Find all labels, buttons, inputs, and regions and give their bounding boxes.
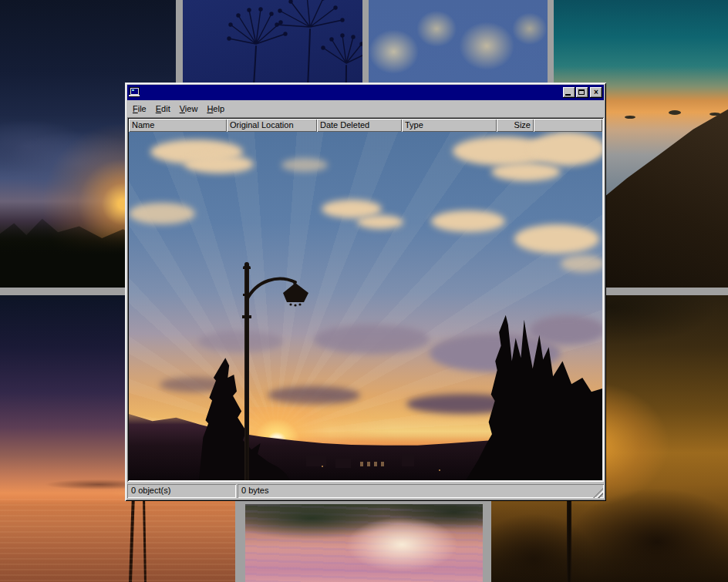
column-header-size[interactable]: Size — [497, 119, 534, 132]
cloud — [357, 215, 403, 229]
minimize-icon — [565, 94, 571, 96]
status-object-count: 0 object(s) — [127, 484, 236, 498]
cloud — [530, 132, 602, 166]
cloud — [314, 325, 430, 354]
cloud — [491, 163, 561, 181]
list-view-container: Name Original Location Date Deleted Type… — [127, 117, 604, 482]
town-light — [439, 469, 440, 471]
cloud — [281, 158, 328, 172]
computer-icon — [129, 87, 141, 98]
cloud — [184, 155, 254, 173]
column-header-row: Name Original Location Date Deleted Type… — [129, 119, 602, 132]
column-header-filler — [534, 119, 602, 132]
recycle-bin-window: × File Edit View Help Name Original Loca… — [125, 82, 606, 501]
cloud — [129, 203, 195, 224]
building-silhouette — [335, 459, 351, 468]
building-silhouette — [306, 456, 326, 466]
menu-bar: File Edit View Help — [127, 100, 604, 117]
cloud — [198, 331, 283, 352]
lit-windows — [360, 462, 388, 466]
status-bar: 0 object(s) 0 bytes — [127, 482, 604, 499]
column-header-name[interactable]: Name — [129, 119, 227, 132]
list-viewport-lamppost-sunset-photo[interactable] — [129, 132, 602, 480]
cloud — [514, 224, 599, 254]
column-header-original-location[interactable]: Original Location — [227, 119, 317, 132]
column-header-date-deleted[interactable]: Date Deleted — [317, 119, 402, 132]
minimize-button[interactable] — [563, 87, 575, 98]
titlebar[interactable]: × — [127, 85, 604, 100]
maximize-icon — [578, 89, 585, 95]
water-pole-silhouette — [129, 494, 135, 582]
lamppost-arm-and-lamp — [244, 272, 314, 318]
column-header-type[interactable]: Type — [402, 119, 497, 132]
water-pole-silhouette — [143, 499, 147, 582]
cloud — [530, 315, 602, 345]
wallpaper-photo-rippled-reflection — [245, 504, 483, 582]
building-silhouette — [402, 454, 414, 466]
close-button[interactable]: × — [590, 87, 602, 98]
maximize-button[interactable] — [576, 87, 588, 98]
cloud — [431, 210, 505, 232]
status-size: 0 bytes — [238, 484, 604, 498]
lamppost-finial — [244, 262, 249, 267]
cloud — [561, 255, 602, 272]
menu-help[interactable]: Help — [202, 103, 229, 115]
menu-file[interactable]: File — [128, 103, 151, 115]
menu-view[interactable]: View — [175, 103, 203, 115]
menu-edit[interactable]: Edit — [151, 103, 175, 115]
town-light — [322, 466, 323, 467]
